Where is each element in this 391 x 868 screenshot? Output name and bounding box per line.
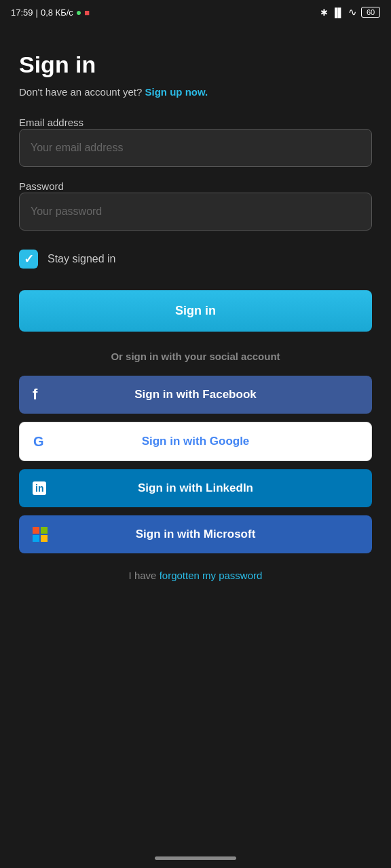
stay-signed-label: Stay signed in — [48, 253, 116, 265]
signup-prompt: Don't have an account yet? Sign up now. — [19, 86, 372, 98]
status-separator: | — [36, 7, 38, 18]
checkmark-icon: ✓ — [24, 253, 34, 265]
wifi-icon: ∿ — [348, 6, 357, 18]
battery-indicator: 60 — [361, 7, 380, 18]
microsoft-button-label: Sign in with Microsoft — [136, 528, 256, 541]
social-divider: Or sign in with your social account — [19, 351, 372, 362]
stay-signed-checkbox[interactable]: ✓ — [19, 250, 38, 269]
signal-icon: ● — [76, 7, 81, 18]
subtitle-static: Don't have an account yet? — [19, 86, 142, 98]
home-indicator — [155, 856, 236, 860]
google-icon: G — [33, 434, 44, 450]
google-signin-button[interactable]: G Sign in with Google — [19, 422, 372, 461]
forgot-static: I have — [129, 570, 157, 581]
linkedin-signin-button[interactable]: in Sign in with LinkedIn — [19, 469, 372, 507]
facebook-icon: f — [33, 386, 37, 403]
page-title: Sign in — [19, 52, 372, 78]
forgot-password-link[interactable]: forgotten my password — [160, 570, 263, 581]
email-input[interactable] — [19, 129, 372, 167]
microsoft-signin-button[interactable]: Sign in with Microsoft — [19, 515, 372, 553]
main-content: Sign in Don't have an account yet? Sign … — [0, 24, 391, 608]
linkedin-button-label: Sign in with LinkedIn — [138, 481, 253, 495]
password-label: Password — [19, 180, 64, 192]
email-label: Email address — [19, 117, 83, 128]
status-left: 17:59 | 0,8 КБ/с ● ■ — [11, 7, 90, 18]
forgot-password-row: I have forgotten my password — [19, 570, 372, 581]
signal-bars-icon: ▐▌ — [332, 7, 344, 18]
facebook-button-label: Sign in with Facebook — [134, 388, 256, 401]
status-network: 0,8 КБ/с — [41, 7, 73, 18]
signup-link[interactable]: Sign up now. — [145, 86, 208, 98]
signin-button[interactable]: Sign in — [19, 290, 372, 332]
status-bar: 17:59 | 0,8 КБ/с ● ■ ✱ ▐▌ ∿ 60 — [0, 0, 391, 24]
status-right: ✱ ▐▌ ∿ 60 — [320, 6, 380, 18]
record-icon: ■ — [84, 7, 90, 18]
password-input[interactable] — [19, 193, 372, 231]
microsoft-icon — [33, 527, 48, 542]
status-time: 17:59 — [11, 7, 33, 18]
facebook-signin-button[interactable]: f Sign in with Facebook — [19, 376, 372, 414]
google-button-label: Sign in with Google — [142, 435, 250, 448]
bluetooth-icon: ✱ — [320, 7, 328, 18]
stay-signed-row: ✓ Stay signed in — [19, 250, 372, 269]
linkedin-icon: in — [33, 481, 46, 495]
